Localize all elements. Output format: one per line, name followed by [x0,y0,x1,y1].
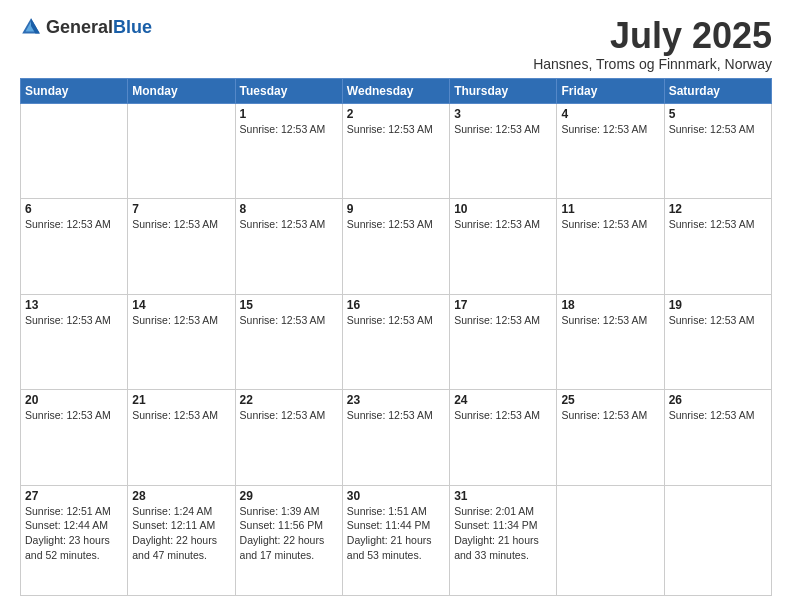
calendar-week-row: 6Sunrise: 12:53 AM7Sunrise: 12:53 AM8Sun… [21,199,772,295]
day-info: Sunrise: 12:53 AM [454,313,552,328]
day-info: Sunrise: 12:53 AM [240,313,338,328]
col-friday: Friday [557,78,664,103]
day-info: Sunrise: 12:53 AM [454,122,552,137]
day-number: 7 [132,202,230,216]
day-number: 8 [240,202,338,216]
col-saturday: Saturday [664,78,771,103]
day-info: Sunrise: 12:53 AM [669,217,767,232]
table-row [557,485,664,595]
day-number: 22 [240,393,338,407]
day-number: 18 [561,298,659,312]
day-info: Sunrise: 12:53 AM [347,217,445,232]
day-number: 1 [240,107,338,121]
table-row: 6Sunrise: 12:53 AM [21,199,128,295]
table-row: 29Sunrise: 1:39 AMSunset: 11:56 PMDaylig… [235,485,342,595]
table-row: 27Sunrise: 12:51 AMSunset: 12:44 AMDayli… [21,485,128,595]
day-info: Sunrise: 12:53 AM [132,217,230,232]
col-tuesday: Tuesday [235,78,342,103]
table-row: 22Sunrise: 12:53 AM [235,390,342,486]
day-info: Sunrise: 12:53 AM [347,408,445,423]
day-number: 30 [347,489,445,503]
day-info: Sunrise: 12:53 AM [25,408,123,423]
day-number: 15 [240,298,338,312]
table-row: 14Sunrise: 12:53 AM [128,294,235,390]
table-row: 2Sunrise: 12:53 AM [342,103,449,199]
calendar-week-row: 1Sunrise: 12:53 AM2Sunrise: 12:53 AM3Sun… [21,103,772,199]
day-info: Sunrise: 12:53 AM [347,122,445,137]
day-info: Sunrise: 12:53 AM [132,313,230,328]
table-row: 1Sunrise: 12:53 AM [235,103,342,199]
table-row: 17Sunrise: 12:53 AM [450,294,557,390]
day-info: Sunrise: 12:53 AM [561,408,659,423]
table-row: 16Sunrise: 12:53 AM [342,294,449,390]
day-number: 13 [25,298,123,312]
day-number: 4 [561,107,659,121]
day-number: 31 [454,489,552,503]
title-block: July 2025 Hansnes, Troms og Finnmark, No… [533,16,772,72]
calendar-week-row: 20Sunrise: 12:53 AM21Sunrise: 12:53 AM22… [21,390,772,486]
table-row: 31Sunrise: 2:01 AMSunset: 11:34 PMDaylig… [450,485,557,595]
day-number: 28 [132,489,230,503]
table-row: 3Sunrise: 12:53 AM [450,103,557,199]
table-row: 20Sunrise: 12:53 AM [21,390,128,486]
table-row: 18Sunrise: 12:53 AM [557,294,664,390]
day-number: 21 [132,393,230,407]
month-title: July 2025 [533,16,772,56]
header: GeneralBlue July 2025 Hansnes, Troms og … [20,16,772,72]
page: GeneralBlue July 2025 Hansnes, Troms og … [0,0,792,612]
day-number: 9 [347,202,445,216]
calendar-week-row: 27Sunrise: 12:51 AMSunset: 12:44 AMDayli… [21,485,772,595]
day-number: 29 [240,489,338,503]
table-row: 5Sunrise: 12:53 AM [664,103,771,199]
logo-text: GeneralBlue [46,18,152,37]
day-info: Sunrise: 12:53 AM [669,408,767,423]
day-info: Sunrise: 12:53 AM [669,122,767,137]
col-wednesday: Wednesday [342,78,449,103]
day-number: 24 [454,393,552,407]
table-row: 7Sunrise: 12:53 AM [128,199,235,295]
day-number: 10 [454,202,552,216]
calendar-week-row: 13Sunrise: 12:53 AM14Sunrise: 12:53 AM15… [21,294,772,390]
day-number: 5 [669,107,767,121]
table-row: 25Sunrise: 12:53 AM [557,390,664,486]
day-info: Sunrise: 12:53 AM [240,122,338,137]
day-info: Sunrise: 1:39 AMSunset: 11:56 PMDaylight… [240,504,338,563]
day-number: 2 [347,107,445,121]
day-info: Sunrise: 12:51 AMSunset: 12:44 AMDayligh… [25,504,123,563]
day-info: Sunrise: 12:53 AM [561,313,659,328]
table-row: 13Sunrise: 12:53 AM [21,294,128,390]
table-row: 28Sunrise: 1:24 AMSunset: 12:11 AMDaylig… [128,485,235,595]
day-number: 6 [25,202,123,216]
logo-general: General [46,17,113,37]
col-sunday: Sunday [21,78,128,103]
calendar: Sunday Monday Tuesday Wednesday Thursday… [20,78,772,596]
logo-blue: Blue [113,17,152,37]
table-row: 24Sunrise: 12:53 AM [450,390,557,486]
day-info: Sunrise: 12:53 AM [132,408,230,423]
day-info: Sunrise: 12:53 AM [240,217,338,232]
table-row: 15Sunrise: 12:53 AM [235,294,342,390]
table-row: 4Sunrise: 12:53 AM [557,103,664,199]
table-row: 11Sunrise: 12:53 AM [557,199,664,295]
table-row: 19Sunrise: 12:53 AM [664,294,771,390]
day-info: Sunrise: 12:53 AM [25,313,123,328]
table-row: 10Sunrise: 12:53 AM [450,199,557,295]
table-row: 12Sunrise: 12:53 AM [664,199,771,295]
day-number: 23 [347,393,445,407]
table-row [21,103,128,199]
table-row: 26Sunrise: 12:53 AM [664,390,771,486]
day-info: Sunrise: 1:24 AMSunset: 12:11 AMDaylight… [132,504,230,563]
day-number: 16 [347,298,445,312]
col-thursday: Thursday [450,78,557,103]
table-row [128,103,235,199]
table-row: 21Sunrise: 12:53 AM [128,390,235,486]
day-info: Sunrise: 12:53 AM [561,122,659,137]
table-row: 8Sunrise: 12:53 AM [235,199,342,295]
day-number: 26 [669,393,767,407]
day-number: 19 [669,298,767,312]
location: Hansnes, Troms og Finnmark, Norway [533,56,772,72]
logo: GeneralBlue [20,16,152,38]
day-info: Sunrise: 1:51 AMSunset: 11:44 PMDaylight… [347,504,445,563]
day-info: Sunrise: 12:53 AM [454,408,552,423]
day-number: 3 [454,107,552,121]
